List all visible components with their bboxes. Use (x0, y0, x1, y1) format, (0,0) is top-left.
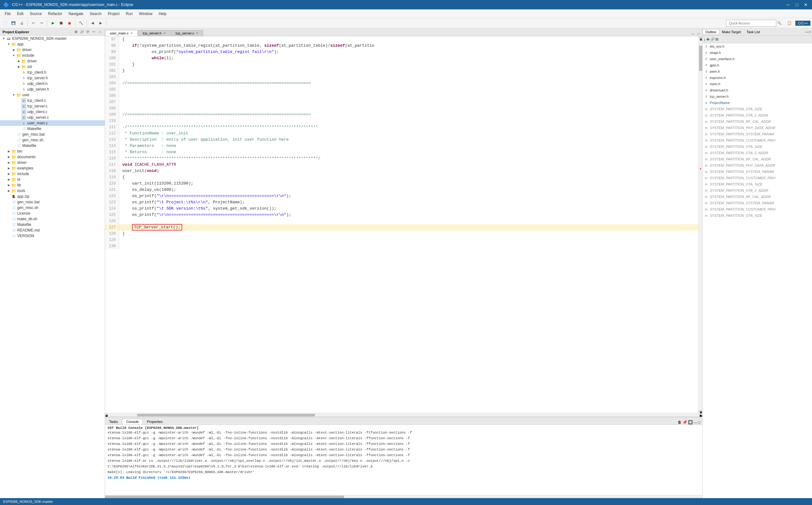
tree-item-udp-client-h[interactable]: h udp_client.h (0, 81, 105, 87)
vscroll-thumb[interactable] (699, 46, 702, 71)
tab-tcp-server-c[interactable]: tcp_server.c ✕ (171, 30, 203, 36)
editor-maximize-btn[interactable]: □ (696, 31, 701, 36)
tree-item-make-lib-sh[interactable]: 📄 make_lib.sh (0, 216, 105, 222)
toggle-ld[interactable]: ▶ (6, 177, 11, 182)
tree-item-ssl[interactable]: ▶ 📁 ssl (0, 64, 105, 69)
menu-edit[interactable]: Edit (14, 10, 27, 17)
tree-item-documents[interactable]: ▶ 📁 documents (0, 154, 105, 160)
tree-item-ld[interactable]: ▶ 📁 ld (0, 177, 105, 182)
tree-item-driver-app[interactable]: ▶ 📁 driver (0, 47, 105, 53)
tree-item-gen-misc-sh[interactable]: 📄 gen_misc.sh (0, 205, 105, 210)
outline-sys-part-14[interactable]: m SYSTEM_PARTITION_OTA_2_ADDR (703, 187, 812, 194)
console-clear-btn[interactable]: 🗑 (678, 420, 682, 425)
tree-item-app-zip[interactable]: 🗜 app.zip (0, 194, 105, 199)
outline-sys-part-4[interactable]: m SYSTEM_PARTITION_PHY_DATA_ADDR (703, 125, 812, 131)
tree-item-version[interactable]: 📄 VERSION (0, 233, 105, 239)
tab-user-main-c[interactable]: user_main.c ✕ (105, 30, 138, 36)
console-minimize-btn[interactable]: — (694, 420, 697, 424)
menu-search[interactable]: Search (87, 10, 105, 17)
toggle-documents[interactable]: ▶ (6, 154, 11, 159)
console-new-btn[interactable]: 🔲 (688, 420, 693, 425)
tree-item-gen-misc-bat[interactable]: 📄 gen_misc.bat (0, 199, 105, 205)
toggle-driver-include[interactable]: ▶ (16, 58, 21, 63)
quick-access-button[interactable]: 🔍 (776, 19, 783, 27)
toggle-driver-app[interactable]: ▶ (11, 47, 16, 52)
menu-project[interactable]: Project (105, 10, 123, 17)
outline-tcp-server-h[interactable]: # tcp_server.h (703, 94, 812, 100)
debug-button[interactable]: 🐞 (57, 19, 65, 27)
hscroll-thumb[interactable] (137, 414, 315, 416)
tree-item-tcp-client-h[interactable]: h tcp_client.h (0, 69, 105, 75)
toggle-examples[interactable]: ▶ (6, 166, 11, 171)
editor-vscroll[interactable]: ▲ ▼ (698, 36, 702, 413)
tree-item-include-app[interactable]: ▼ 📁 include (0, 53, 105, 58)
perspective-icon[interactable]: 📋 (786, 19, 793, 27)
tree-item-user[interactable]: ▼ 📁 user (0, 92, 105, 98)
run-button[interactable]: ▶ (49, 19, 57, 27)
toggle-driver-root[interactable]: ▶ (6, 160, 11, 165)
outline-sys-part-5[interactable]: m SYSTEM_PARTITION_SYSTEM_PARAM (703, 131, 812, 137)
close-button[interactable]: ✕ (803, 2, 809, 7)
outline-sys-part-15[interactable]: m SYSTEM_PARTITION_RF_CAL_ADDR (703, 194, 812, 200)
tree-item-app[interactable]: ▼ 📁 app (0, 41, 105, 47)
outline-sys-part-12[interactable]: m SYSTEM_PARTITION_CUSTOMER_PRIV (703, 175, 812, 181)
tree-item-gen-misc-sh-app[interactable]: 📄 gen_misc.sh (0, 137, 105, 143)
toggle-include-root[interactable]: ▶ (6, 171, 11, 176)
editor-minimize-btn[interactable]: — (690, 31, 695, 36)
outline-espconn-h[interactable]: # espconn.h (703, 74, 812, 81)
next-button[interactable]: ▶ (97, 19, 104, 27)
redo-button[interactable]: ↪ (38, 19, 45, 27)
maximize-button[interactable]: □ (794, 2, 800, 7)
collapse-all-button[interactable]: ⊟ (74, 29, 79, 34)
toggle-root[interactable]: ▼ (1, 36, 6, 41)
toggle-lib[interactable]: ▶ (6, 183, 11, 188)
menu-refactor[interactable]: Refactor (45, 10, 65, 17)
outline-sys-part-11[interactable]: m SYSTEM_PARTITION_SYSTEM_PARAM (703, 169, 812, 175)
console-hscroll-thumb[interactable] (105, 496, 344, 498)
tab-console[interactable]: Console (122, 419, 143, 425)
tab-make-target[interactable]: Make Target (719, 29, 743, 35)
tree-item-readme[interactable]: 📄 README.md (0, 227, 105, 233)
menu-file[interactable]: File (2, 10, 14, 17)
outline-osapi-h[interactable]: # osapi.h (703, 49, 812, 56)
hscroll-left[interactable]: ◀ (105, 413, 108, 416)
outline-driver-uart-h[interactable]: # driver/uart.h (703, 87, 812, 94)
outline-project-name[interactable]: v ProjectName (703, 100, 812, 106)
outline-mem-h[interactable]: # mem.h (703, 81, 812, 87)
outline-sys-part-16[interactable]: m SYSTEM_PARTITION_SYSTEM_PARAM (703, 200, 812, 206)
outline-collapse-btn[interactable]: ⊟ (715, 37, 718, 41)
tree-item-tcp-server-h[interactable]: h tcp_server.h (0, 75, 105, 81)
tree-item-bin[interactable]: ▶ 📁 bin (0, 149, 105, 154)
tab-task-list[interactable]: Task List (743, 29, 763, 35)
editor-hscroll[interactable]: ◀ ▶ (105, 413, 702, 416)
toggle-ssl[interactable]: ▶ (16, 64, 21, 69)
quick-access-input[interactable] (726, 20, 776, 27)
tab-properties[interactable]: Properties (143, 419, 166, 425)
toggle-app[interactable]: ▼ (6, 42, 11, 47)
menu-source[interactable]: Source (27, 10, 45, 17)
console-maximize-btn[interactable]: □ (698, 420, 700, 424)
tree-item-tools[interactable]: ▶ 📁 tools (0, 188, 105, 194)
tree-item-tcp-client-c[interactable]: c tcp_client.c (0, 98, 105, 104)
outline-pwm-h[interactable]: # pwm.h (703, 68, 812, 74)
tree-item-tcp-server-c[interactable]: c tcp_server.c (0, 104, 105, 109)
minimize-panel-button[interactable]: — (91, 29, 96, 34)
tree-item-udp-server-c[interactable]: c udp_server.c (0, 115, 105, 120)
outline-sys-part-1[interactable]: m SYSTEM_PARTITION_OTA_SIZE (703, 106, 812, 112)
outline-sys-part-13[interactable]: m SYSTEM_PARTITION_OTA_SIZE (703, 181, 812, 187)
menu-navigate[interactable]: Navigate (65, 10, 86, 17)
link-editor-button[interactable]: 🔗 (79, 29, 84, 34)
tree-item-gen-misc-bat-app[interactable]: 📄 gen_misc.bat (0, 132, 105, 137)
menu-run[interactable]: Run (123, 10, 136, 17)
tab-outline[interactable]: Outline (703, 29, 719, 35)
tree-item-include-root[interactable]: ▶ 📁 include (0, 171, 105, 177)
save-button[interactable]: 💾 (10, 19, 17, 27)
prev-button[interactable]: ◀ (89, 19, 96, 27)
tab-tasks[interactable]: Tasks (105, 419, 122, 425)
tab-tcp-server-h[interactable]: tcp_server.h ✕ (138, 30, 170, 36)
outline-sync-btn[interactable]: 🔗 (710, 37, 715, 41)
outline-sys-part-17[interactable]: m SYSTEM_PARTITION_CUSTOMER_PRIV (703, 206, 812, 212)
new-button[interactable]: 📄 (2, 19, 9, 27)
tree-item-driver-root[interactable]: ▶ 📁 driver (0, 160, 105, 165)
outline-sys-part-2[interactable]: m SYSTEM_PARTITION_OTA_2_ADDR (703, 112, 812, 119)
